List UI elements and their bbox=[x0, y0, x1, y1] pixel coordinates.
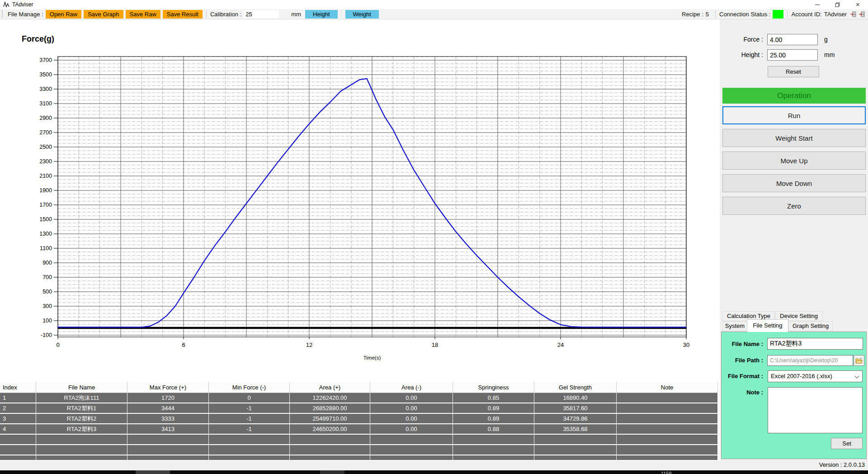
table-cell[interactable]: RTA2塑料2 bbox=[36, 414, 127, 423]
save-result-button[interactable]: Save Result bbox=[163, 10, 203, 19]
table-row[interactable] bbox=[0, 455, 720, 461]
table-cell[interactable]: 0 bbox=[209, 393, 290, 403]
table-cell[interactable]: 1 bbox=[0, 393, 36, 403]
restore-button[interactable] bbox=[827, 0, 848, 9]
minimize-button[interactable] bbox=[807, 0, 827, 9]
tab-system[interactable]: System bbox=[722, 321, 747, 331]
table-cell[interactable]: 0.00 bbox=[370, 424, 453, 434]
table-row[interactable]: 1RTA2泡沫1111720012262420.000.000.8516890.… bbox=[0, 393, 720, 403]
table-cell[interactable]: 0.00 bbox=[370, 414, 453, 423]
table-cell[interactable] bbox=[534, 455, 617, 461]
table-cell[interactable] bbox=[534, 445, 617, 455]
table-cell[interactable]: 3 bbox=[0, 414, 36, 423]
table-cell[interactable] bbox=[0, 435, 36, 444]
table-cell[interactable]: -1 bbox=[209, 403, 290, 413]
table-cell[interactable] bbox=[290, 445, 370, 455]
close-button[interactable]: × bbox=[848, 0, 868, 9]
table-cell[interactable] bbox=[617, 435, 718, 444]
table-cell[interactable]: -1 bbox=[209, 424, 290, 434]
move-up-button[interactable]: Move Up bbox=[722, 152, 866, 170]
table-cell[interactable]: 3444 bbox=[127, 403, 209, 413]
table-cell[interactable]: -1 bbox=[209, 414, 290, 423]
save-graph-button[interactable]: Save Graph bbox=[84, 10, 123, 19]
table-cell[interactable]: 1720 bbox=[127, 393, 209, 403]
table-cell[interactable] bbox=[36, 435, 127, 444]
table-cell[interactable]: 0.88 bbox=[453, 424, 534, 434]
table-cell[interactable]: 0.89 bbox=[453, 403, 534, 413]
table-cell[interactable] bbox=[0, 445, 36, 455]
save-raw-button[interactable]: Save Raw bbox=[126, 10, 160, 19]
force-input[interactable] bbox=[767, 34, 818, 45]
run-button[interactable]: Run bbox=[722, 106, 866, 124]
table-row[interactable]: 4RTA2塑料33413-124650200.000.000.8835358.6… bbox=[0, 424, 720, 435]
table-row[interactable]: 3RTA2塑料23333-125499710.000.000.8934729.8… bbox=[0, 414, 720, 424]
table-cell[interactable] bbox=[534, 435, 617, 444]
open-raw-button[interactable]: Open Raw bbox=[46, 10, 81, 19]
table-cell[interactable] bbox=[617, 403, 718, 413]
table-cell[interactable] bbox=[617, 445, 718, 455]
table-cell[interactable] bbox=[617, 455, 718, 461]
move-down-button[interactable]: Move Down bbox=[722, 174, 866, 192]
height-input[interactable] bbox=[767, 49, 818, 61]
table-cell[interactable] bbox=[209, 455, 290, 461]
table-cell[interactable]: 26852880.00 bbox=[290, 403, 370, 413]
table-row[interactable] bbox=[0, 445, 720, 455]
table-cell[interactable] bbox=[617, 414, 718, 423]
table-cell[interactable] bbox=[290, 435, 370, 444]
tab-file-setting[interactable]: File Setting bbox=[747, 319, 788, 332]
table-cell[interactable]: 3333 bbox=[127, 414, 209, 423]
table-cell[interactable]: 24650200.00 bbox=[290, 424, 370, 434]
table-cell[interactable] bbox=[290, 455, 370, 461]
file-format-select[interactable]: Excel 2007-2016 (.xlsx) bbox=[768, 370, 863, 382]
table-cell[interactable] bbox=[209, 435, 290, 444]
table-cell[interactable] bbox=[0, 455, 36, 461]
table-cell[interactable]: 2 bbox=[0, 403, 36, 413]
table-cell[interactable] bbox=[127, 445, 209, 455]
table-cell[interactable] bbox=[453, 445, 534, 455]
tab-graph-setting[interactable]: Graph Setting bbox=[788, 321, 833, 331]
table-cell[interactable] bbox=[370, 445, 453, 455]
weight-start-button[interactable]: Weight Start bbox=[722, 129, 866, 147]
table-cell[interactable] bbox=[36, 455, 127, 461]
login-icon[interactable] bbox=[850, 11, 857, 18]
table-cell[interactable]: 25499710.00 bbox=[290, 414, 370, 423]
table-cell[interactable]: 34729.86 bbox=[534, 414, 617, 423]
table-row[interactable] bbox=[0, 435, 720, 445]
table-cell[interactable]: 0.89 bbox=[453, 414, 534, 423]
reset-button[interactable]: Reset bbox=[768, 66, 819, 77]
table-cell[interactable]: 0.00 bbox=[370, 403, 453, 413]
note-textarea[interactable] bbox=[768, 387, 863, 433]
table-cell[interactable] bbox=[453, 455, 534, 461]
browse-folder-button[interactable] bbox=[854, 355, 864, 366]
table-cell[interactable]: 35358.68 bbox=[534, 424, 617, 434]
taskbar-app-block[interactable] bbox=[136, 470, 170, 474]
table-cell[interactable] bbox=[453, 435, 534, 444]
height-mode-button[interactable]: Height bbox=[305, 10, 338, 19]
zero-button[interactable]: Zero bbox=[722, 197, 866, 215]
calibration-input[interactable] bbox=[244, 10, 279, 18]
table-cell[interactable]: 12262420.00 bbox=[290, 393, 370, 403]
table-cell[interactable] bbox=[617, 424, 718, 434]
file-path-field[interactable]: C:\Users\aiyaziji\Desktop\20 bbox=[767, 355, 853, 366]
table-cell[interactable]: 16890.40 bbox=[534, 393, 617, 403]
table-cell[interactable]: 4 bbox=[0, 424, 36, 434]
table-cell[interactable] bbox=[36, 445, 127, 455]
table-cell[interactable]: 35817.60 bbox=[534, 403, 617, 413]
table-cell[interactable]: 0.00 bbox=[370, 393, 453, 403]
weight-mode-button[interactable]: Weight bbox=[345, 10, 379, 19]
set-button[interactable]: Set bbox=[831, 438, 863, 449]
table-cell[interactable]: RTA2塑料1 bbox=[36, 403, 127, 413]
table-cell[interactable] bbox=[370, 455, 453, 461]
table-cell[interactable] bbox=[370, 435, 453, 444]
table-cell[interactable] bbox=[617, 393, 718, 403]
table-cell[interactable] bbox=[127, 455, 209, 461]
table-cell[interactable] bbox=[127, 435, 209, 444]
table-cell[interactable] bbox=[209, 445, 290, 455]
logout-icon[interactable] bbox=[859, 11, 865, 18]
taskbar-app-block[interactable] bbox=[320, 470, 344, 474]
table-cell[interactable]: RTA2塑料3 bbox=[36, 424, 127, 434]
table-row[interactable]: 2RTA2塑料13444-126852880.000.000.8935817.6… bbox=[0, 403, 720, 414]
table-cell[interactable]: 3413 bbox=[127, 424, 209, 434]
table-cell[interactable]: RTA2泡沫111 bbox=[36, 393, 127, 403]
file-name-input[interactable] bbox=[767, 338, 863, 350]
